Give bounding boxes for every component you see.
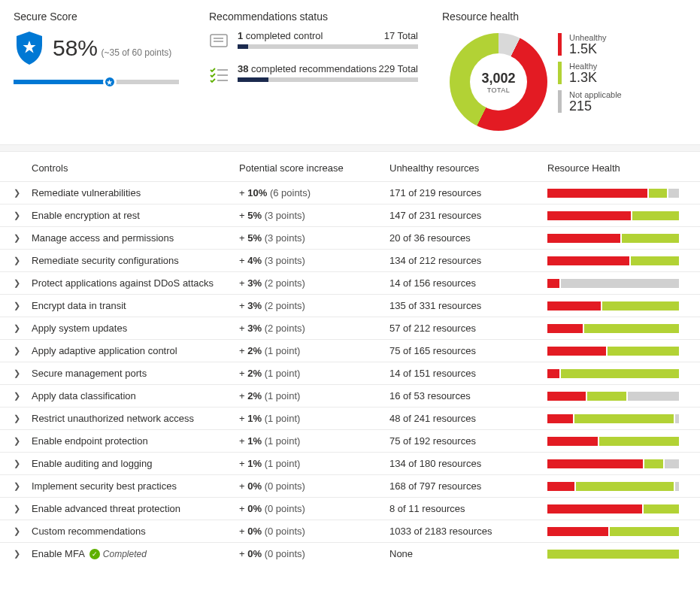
unhealthy-resources: 75 of 192 resources <box>389 435 547 447</box>
control-name: Manage access and permissions <box>32 232 239 244</box>
expand-chevron-icon[interactable]: ❯ <box>14 278 32 288</box>
table-row[interactable]: ❯Remediate vulnerabilities+ 10% (6 point… <box>0 181 700 204</box>
secure-score-bar: ★ <box>14 80 179 84</box>
expand-chevron-icon[interactable]: ❯ <box>14 368 32 378</box>
completed-badge: ✓Completed <box>89 549 147 559</box>
table-row[interactable]: ❯Implement security best practices+ 0% (… <box>0 474 700 497</box>
potential-score-increase: + 1% (1 point) <box>239 458 389 469</box>
control-name: Enable advanced threat protection <box>32 503 239 514</box>
table-row[interactable]: ❯Encrypt data in transit+ 3% (2 points)1… <box>0 294 700 317</box>
table-row[interactable]: ❯Apply system updates+ 3% (2 points)57 o… <box>0 317 700 339</box>
expand-chevron-icon[interactable]: ❯ <box>14 481 32 491</box>
header-controls[interactable]: Controls <box>32 162 239 174</box>
secure-score-bar-fill <box>14 80 110 84</box>
table-row[interactable]: ❯Manage access and permissions+ 5% (3 po… <box>0 226 700 249</box>
resource-health-bar <box>547 279 686 288</box>
table-row[interactable]: ❯Restrict unauthorized network access+ 1… <box>0 407 700 429</box>
unhealthy-resources: 134 of 212 resources <box>389 255 547 266</box>
expand-chevron-icon[interactable]: ❯ <box>14 233 32 243</box>
resource-total-label: TOTAL <box>487 86 511 94</box>
svg-rect-1 <box>211 35 227 47</box>
resource-health-section: Resource health 3,002 TOTAL Unhealthy 1.… <box>442 11 686 131</box>
resource-health-bar <box>547 324 686 333</box>
potential-score-increase: + 0% (0 points) <box>239 548 389 559</box>
shield-icon <box>14 30 45 66</box>
section-divider <box>0 144 700 152</box>
potential-score-increase: + 1% (1 point) <box>239 435 389 447</box>
expand-chevron-icon[interactable]: ❯ <box>14 301 32 311</box>
unhealthy-resources: 48 of 241 resources <box>389 413 547 424</box>
unhealthy-resources: 75 of 165 resources <box>389 345 547 356</box>
legend-na[interactable]: Not applicable 215 <box>558 90 622 113</box>
secure-score-knob[interactable]: ★ <box>103 75 117 89</box>
resource-health-bar <box>547 459 686 468</box>
control-name: Remediate security configurations <box>32 255 239 266</box>
table-row[interactable]: ❯Enable advanced threat protection+ 0% (… <box>0 497 700 520</box>
header-score[interactable]: Potential score increase <box>239 162 389 174</box>
table-row[interactable]: ❯Enable endpoint protection+ 1% (1 point… <box>0 429 700 452</box>
legend-healthy[interactable]: Healthy 1.3K <box>558 62 622 84</box>
expand-chevron-icon[interactable]: ❯ <box>14 323 32 333</box>
secure-score-sub: (~35 of 60 points) <box>102 47 172 58</box>
completed-controls-label: completed control <box>246 30 323 41</box>
table-row[interactable]: ❯Enable MFA✓Completed+ 0% (0 points)None <box>0 542 700 565</box>
potential-score-increase: + 2% (1 point) <box>239 390 389 401</box>
unhealthy-resources: 147 of 231 resources <box>389 210 547 221</box>
control-name: Restrict unauthorized network access <box>32 413 239 424</box>
table-row[interactable]: ❯Secure management ports+ 2% (1 point)14… <box>0 362 700 384</box>
unhealthy-resources: None <box>389 548 547 559</box>
expand-chevron-icon[interactable]: ❯ <box>14 549 32 559</box>
unhealthy-resources: 8 of 11 resources <box>389 503 547 514</box>
header-health[interactable]: Resource Health <box>547 162 686 174</box>
secure-score-section: Secure Score 58% (~35 of 60 points) ★ <box>14 11 209 131</box>
control-name: Enable auditing and logging <box>32 458 239 469</box>
expand-chevron-icon[interactable]: ❯ <box>14 436 32 446</box>
table-row[interactable]: ❯Custom recommendations+ 0% (0 points)10… <box>0 520 700 542</box>
resource-health-bar <box>547 189 686 198</box>
header-unhealthy[interactable]: Unhealthy resources <box>389 162 547 174</box>
unhealthy-resources: 135 of 331 resources <box>389 300 547 311</box>
legend-unhealthy[interactable]: Unhealthy 1.5K <box>558 33 622 56</box>
potential-score-increase: + 5% (3 points) <box>239 210 389 221</box>
potential-score-increase: + 1% (1 point) <box>239 413 389 424</box>
expand-chevron-icon[interactable]: ❯ <box>14 188 32 198</box>
potential-score-increase: + 2% (1 point) <box>239 345 389 356</box>
table-row[interactable]: ❯Apply data classification+ 2% (1 point)… <box>0 384 700 407</box>
table-row[interactable]: ❯Enable encryption at rest+ 5% (3 points… <box>0 204 700 226</box>
resource-health-legend: Unhealthy 1.5K Healthy 1.3K Not applicab… <box>558 33 622 131</box>
secure-score-title: Secure Score <box>14 11 209 23</box>
expand-chevron-icon[interactable]: ❯ <box>14 504 32 514</box>
unhealthy-resources: 57 of 212 resources <box>389 323 547 334</box>
potential-score-increase: + 10% (6 points) <box>239 187 389 198</box>
expand-chevron-icon[interactable]: ❯ <box>14 391 32 401</box>
expand-chevron-icon[interactable]: ❯ <box>14 256 32 265</box>
expand-chevron-icon[interactable]: ❯ <box>14 459 32 468</box>
unhealthy-resources: 20 of 36 resources <box>389 232 547 244</box>
expand-chevron-icon[interactable]: ❯ <box>14 526 32 536</box>
control-name: Implement security best practices <box>32 480 239 492</box>
resource-health-bar <box>547 347 686 356</box>
unhealthy-resources: 14 of 156 resources <box>389 277 547 289</box>
resource-health-bar <box>547 234 686 243</box>
table-header: Controls Potential score increase Unheal… <box>0 152 700 181</box>
unhealthy-resources: 1033 of 2183 resources <box>389 526 547 537</box>
expand-chevron-icon[interactable]: ❯ <box>14 211 32 220</box>
completed-controls-item: 1 completed control 17 Total <box>209 30 427 53</box>
control-name: Enable endpoint protection <box>32 435 239 447</box>
controls-progress-bar <box>238 44 418 49</box>
resource-health-bar <box>547 550 686 559</box>
table-row[interactable]: ❯Enable auditing and logging+ 1% (1 poin… <box>0 452 700 474</box>
completed-controls-count: 1 <box>238 30 243 41</box>
potential-score-increase: + 0% (0 points) <box>239 526 389 537</box>
control-name: Enable MFA✓Completed <box>32 548 239 559</box>
control-name: Protect applications against DDoS attack… <box>32 277 239 289</box>
unhealthy-resources: 16 of 53 resources <box>389 390 547 401</box>
table-row[interactable]: ❯Protect applications against DDoS attac… <box>0 271 700 294</box>
resource-health-bar <box>547 369 686 378</box>
potential-score-increase: + 0% (0 points) <box>239 503 389 514</box>
expand-chevron-icon[interactable]: ❯ <box>14 346 32 356</box>
control-name: Apply adaptive application control <box>32 345 239 356</box>
table-row[interactable]: ❯Remediate security configurations+ 4% (… <box>0 249 700 271</box>
expand-chevron-icon[interactable]: ❯ <box>14 414 32 423</box>
table-row[interactable]: ❯Apply adaptive application control+ 2% … <box>0 339 700 362</box>
